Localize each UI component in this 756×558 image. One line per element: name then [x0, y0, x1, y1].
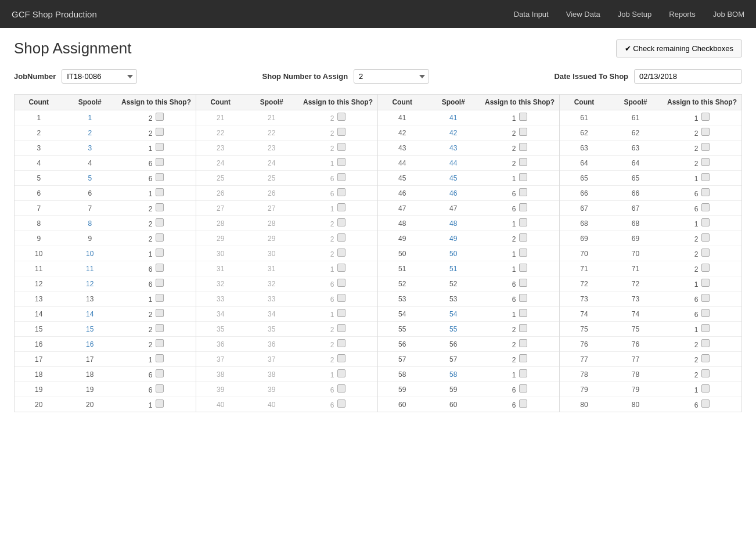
assign-checkbox[interactable] — [701, 113, 710, 121]
assign-checkbox[interactable] — [337, 399, 345, 408]
spool-cell[interactable]: 45 — [427, 171, 480, 186]
assign-checkbox[interactable] — [337, 143, 345, 151]
assign-checkbox[interactable] — [156, 128, 164, 136]
assign-checkbox[interactable] — [337, 113, 345, 121]
assign-checkbox[interactable] — [701, 158, 710, 166]
assign-checkbox[interactable] — [156, 218, 164, 226]
assign-checkbox[interactable] — [156, 309, 164, 317]
assign-checkbox[interactable] — [701, 264, 710, 272]
spool-cell[interactable]: 10 — [63, 246, 117, 261]
assign-checkbox[interactable] — [701, 294, 710, 302]
assign-checkbox[interactable] — [519, 309, 527, 317]
spool-cell[interactable]: 54 — [427, 307, 480, 322]
nav-item-data-input[interactable]: Data Input — [514, 10, 549, 19]
assign-checkbox[interactable] — [156, 384, 164, 393]
assign-checkbox[interactable] — [519, 399, 527, 408]
assign-checkbox[interactable] — [156, 339, 164, 347]
nav-item-job-bom[interactable]: Job BOM — [713, 10, 744, 19]
spool-cell[interactable]: 5 — [63, 171, 117, 186]
assign-checkbox[interactable] — [701, 128, 710, 136]
assign-checkbox[interactable] — [156, 324, 164, 332]
spool-cell[interactable]: 42 — [427, 125, 480, 141]
spool-cell[interactable]: 3 — [63, 141, 117, 156]
check-remaining-button[interactable]: ✔ Check remaining Checkboxes — [616, 39, 742, 57]
spool-cell[interactable]: 41 — [427, 110, 480, 125]
spool-cell[interactable]: 58 — [427, 367, 480, 382]
assign-checkbox[interactable] — [337, 188, 345, 196]
assign-checkbox[interactable] — [701, 354, 710, 362]
assign-checkbox[interactable] — [156, 399, 164, 408]
assign-checkbox[interactable] — [156, 233, 164, 242]
assign-checkbox[interactable] — [337, 294, 345, 302]
assign-checkbox[interactable] — [156, 354, 164, 362]
nav-item-view-data[interactable]: View Data — [566, 10, 600, 19]
shop-number-select[interactable]: 2 — [354, 69, 429, 84]
spool-cell[interactable]: 8 — [63, 216, 117, 231]
assign-checkbox[interactable] — [519, 158, 527, 166]
assign-checkbox[interactable] — [701, 188, 710, 196]
assign-checkbox[interactable] — [701, 399, 710, 408]
assign-checkbox[interactable] — [519, 188, 527, 196]
job-number-select[interactable]: IT18-0086 — [62, 69, 137, 84]
assign-checkbox[interactable] — [701, 279, 710, 287]
assign-checkbox[interactable] — [337, 339, 345, 347]
assign-checkbox[interactable] — [519, 203, 527, 211]
assign-checkbox[interactable] — [701, 339, 710, 347]
assign-checkbox[interactable] — [337, 354, 345, 362]
date-input[interactable] — [634, 69, 742, 84]
spool-cell[interactable]: 55 — [427, 322, 480, 337]
spool-cell[interactable]: 1 — [63, 110, 117, 125]
assign-checkbox[interactable] — [337, 158, 345, 166]
assign-checkbox[interactable] — [519, 113, 527, 121]
assign-checkbox[interactable] — [701, 384, 710, 393]
assign-checkbox[interactable] — [519, 384, 527, 393]
assign-checkbox[interactable] — [519, 249, 527, 257]
assign-checkbox[interactable] — [337, 264, 345, 272]
assign-checkbox[interactable] — [156, 188, 164, 196]
assign-checkbox[interactable] — [701, 203, 710, 211]
assign-checkbox[interactable] — [519, 128, 527, 136]
assign-checkbox[interactable] — [701, 249, 710, 257]
assign-checkbox[interactable] — [337, 369, 345, 377]
assign-checkbox[interactable] — [519, 339, 527, 347]
spool-cell[interactable]: 48 — [427, 216, 480, 231]
assign-checkbox[interactable] — [701, 218, 710, 226]
spool-cell[interactable]: 16 — [63, 337, 117, 352]
assign-checkbox[interactable] — [519, 264, 527, 272]
assign-checkbox[interactable] — [337, 384, 345, 393]
assign-checkbox[interactable] — [337, 279, 345, 287]
assign-checkbox[interactable] — [156, 143, 164, 151]
assign-checkbox[interactable] — [337, 324, 345, 332]
assign-checkbox[interactable] — [519, 279, 527, 287]
assign-checkbox[interactable] — [519, 143, 527, 151]
assign-checkbox[interactable] — [156, 203, 164, 211]
assign-checkbox[interactable] — [337, 249, 345, 257]
assign-checkbox[interactable] — [156, 173, 164, 181]
spool-cell[interactable]: 49 — [427, 231, 480, 246]
assign-checkbox[interactable] — [337, 203, 345, 211]
spool-cell[interactable]: 51 — [427, 261, 480, 276]
assign-checkbox[interactable] — [156, 113, 164, 121]
assign-checkbox[interactable] — [337, 128, 345, 136]
assign-checkbox[interactable] — [701, 233, 710, 242]
assign-checkbox[interactable] — [519, 294, 527, 302]
spool-cell[interactable]: 50 — [427, 246, 480, 261]
assign-checkbox[interactable] — [519, 173, 527, 181]
assign-checkbox[interactable] — [156, 249, 164, 257]
assign-checkbox[interactable] — [701, 173, 710, 181]
assign-checkbox[interactable] — [519, 369, 527, 377]
assign-checkbox[interactable] — [519, 324, 527, 332]
spool-cell[interactable]: 46 — [427, 186, 480, 201]
spool-cell[interactable]: 11 — [63, 261, 117, 276]
assign-checkbox[interactable] — [701, 309, 710, 317]
assign-checkbox[interactable] — [519, 233, 527, 242]
assign-checkbox[interactable] — [156, 279, 164, 287]
spool-cell[interactable]: 12 — [63, 276, 117, 291]
assign-checkbox[interactable] — [156, 369, 164, 377]
assign-checkbox[interactable] — [156, 264, 164, 272]
assign-checkbox[interactable] — [701, 369, 710, 377]
assign-checkbox[interactable] — [519, 354, 527, 362]
assign-checkbox[interactable] — [156, 158, 164, 166]
assign-checkbox[interactable] — [519, 218, 527, 226]
assign-checkbox[interactable] — [337, 173, 345, 181]
